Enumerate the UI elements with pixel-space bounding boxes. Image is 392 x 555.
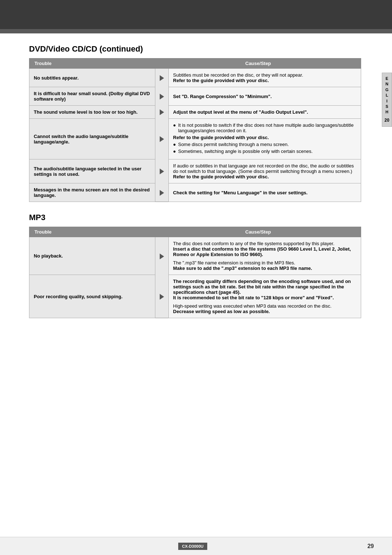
arrow-cell: [155, 237, 169, 275]
language-tab: E N G L I S H 20: [382, 73, 392, 127]
cause-cell-audio-lang: It is not possible to switch if the disc…: [168, 119, 361, 159]
mp3-table-header-row: Trouble Cause/Step: [29, 227, 361, 237]
lang-letter-i: I: [386, 98, 387, 104]
lang-letter-g: G: [385, 87, 389, 93]
dvd-trouble-table: Trouble Cause/Step No subtitles appear. …: [29, 58, 361, 202]
trouble-cell-no-playback: No playback.: [29, 237, 155, 275]
cause-bold-subtitles: Refer to the guide provided with your di…: [173, 78, 269, 83]
lang-tab-page-num: 20: [384, 117, 389, 123]
mp3-cause-header: Cause/Step: [155, 227, 361, 237]
page-number: 29: [367, 543, 374, 550]
lang-letter-e: E: [385, 76, 388, 81]
dvd-trouble-header: Trouble: [29, 58, 155, 69]
trouble-cell-audio-lang: Cannot switch the audio language/subtitl…: [29, 119, 155, 159]
arrow-cell: [155, 119, 169, 159]
arrow-icon: [160, 136, 164, 142]
trouble-cell-sound: It is difficult to hear small sound. (Do…: [29, 87, 155, 106]
arrow-cell: [155, 183, 169, 202]
table-row: Poor recording quality, sound skipping. …: [29, 275, 361, 318]
cause-cell-volume: Adjust the output level at the menu of "…: [168, 106, 361, 119]
table-row: The sound volume level is too low or too…: [29, 106, 361, 119]
arrow-icon: [160, 190, 164, 196]
model-badge: CX-D3000U: [178, 543, 207, 550]
trouble-cell-poor-quality: Poor recording quality, sound skipping.: [29, 275, 155, 318]
lang-letter-n: N: [385, 81, 388, 87]
mp3-trouble-header: Trouble: [29, 227, 155, 237]
cause-cell-menu-lang: Check the setting for "Menu Language" in…: [168, 183, 361, 202]
table-row: No subtitles appear. Subtitles must be r…: [29, 69, 361, 87]
arrow-cell: [155, 69, 169, 87]
arrow-icon: [160, 109, 164, 115]
trouble-cell-volume: The sound volume level is too low or too…: [29, 106, 155, 119]
arrow-icon: [160, 294, 164, 300]
table-row: It is difficult to hear small sound. (Do…: [29, 87, 361, 106]
arrow-icon: [160, 254, 164, 259]
cause-cell-poor-quality: The recording quality differs depending …: [168, 275, 361, 318]
cause-cell-sound: Set "D. Range Compression" to "Minimum".: [168, 87, 361, 106]
lang-letter-s: S: [385, 104, 388, 109]
arrow-icon: [160, 94, 164, 100]
arrow-icon: [160, 75, 164, 81]
table-row: The audio/subtitle language selected in …: [29, 159, 361, 183]
trouble-cell-menu-lang: Messages in the menu screen are not in t…: [29, 183, 155, 202]
trouble-cell-subtitles: No subtitles appear.: [29, 69, 155, 87]
lang-letter-l: L: [386, 93, 388, 98]
footer-bar: CX-D3000U 29: [0, 537, 392, 555]
cause-cell-subtitles: Subtitles must be recorded on the disc, …: [168, 69, 361, 87]
top-subbar: [0, 29, 392, 33]
arrow-cell: [155, 159, 169, 183]
mp3-trouble-table: Trouble Cause/Step No playback. The disc…: [29, 227, 361, 318]
table-row: No playback. The disc does not conform t…: [29, 237, 361, 275]
dvd-section-title: DVD/Video CD/CD (continued): [29, 44, 361, 54]
cause-cell-no-playback: The disc does not conform to any of the …: [168, 237, 361, 275]
arrow-cell: [155, 87, 169, 106]
arrow-cell: [155, 275, 169, 318]
mp3-section-title: MP3: [29, 213, 361, 222]
trouble-cell-lang-settings: The audio/subtitle language selected in …: [29, 159, 155, 183]
arrow-cell: [155, 106, 169, 119]
dvd-cause-header: Cause/Step: [155, 58, 361, 69]
main-content: DVD/Video CD/CD (continued) Trouble Caus…: [0, 33, 379, 340]
table-row: Messages in the menu screen are not in t…: [29, 183, 361, 202]
table-row: Cannot switch the audio language/subtitl…: [29, 119, 361, 159]
cause-cell-lang-settings: If audio or subtitles in that language a…: [168, 159, 361, 183]
lang-letter-h: H: [385, 109, 388, 115]
arrow-icon: [160, 169, 164, 174]
top-header: [0, 0, 392, 29]
dvd-table-header-row: Trouble Cause/Step: [29, 58, 361, 69]
